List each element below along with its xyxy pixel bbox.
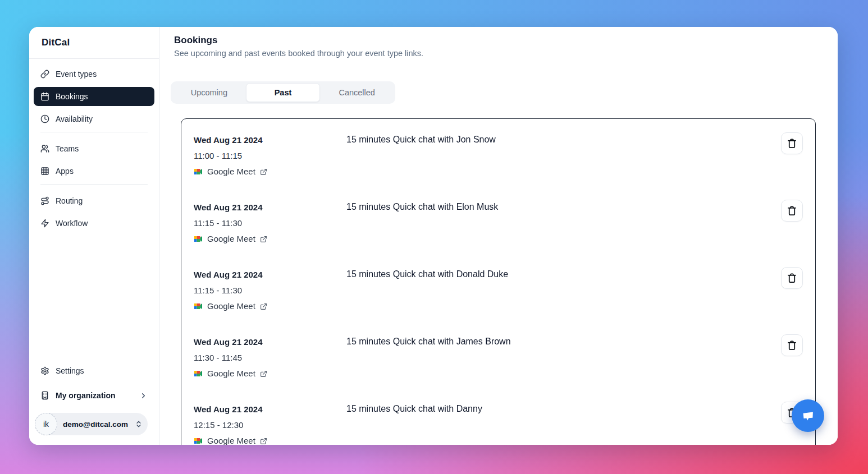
sidebar-item-routing[interactable]: Routing <box>34 191 154 210</box>
bookings-list: Wed Aug 21 2024 11:00 - 11:15 Google Mee… <box>181 118 816 445</box>
sidebar-divider <box>40 132 148 132</box>
sidebar-divider <box>40 184 148 185</box>
booking-row[interactable]: Wed Aug 21 2024 12:15 - 12:30 Google Mee… <box>181 388 815 445</box>
booking-location-link[interactable]: Google Meet <box>194 164 346 180</box>
booking-time: 11:15 - 11:30 <box>194 215 346 231</box>
booking-time: 11:30 - 11:45 <box>194 350 346 366</box>
google-meet-icon <box>194 302 203 311</box>
grid-icon <box>40 167 49 176</box>
avatar: ik <box>35 413 57 435</box>
booking-location-link[interactable]: Google Meet <box>194 433 346 445</box>
booking-when: Wed Aug 21 2024 12:15 - 12:30 Google Mee… <box>194 402 346 445</box>
booking-location: Google Meet <box>207 164 255 180</box>
tab-cancelled[interactable]: Cancelled <box>320 83 394 102</box>
booking-location: Google Meet <box>207 433 255 445</box>
chat-launcher-button[interactable] <box>792 399 824 432</box>
sidebar-footer-nav: Settings <box>29 361 159 384</box>
booking-title: 15 minutes Quick chat with Elon Musk <box>346 200 781 214</box>
zap-icon <box>40 219 49 228</box>
sidebar-item-label: Routing <box>56 196 83 205</box>
google-meet-icon <box>194 234 203 243</box>
sidebar-item-settings[interactable]: Settings <box>34 361 154 380</box>
delete-booking-button[interactable] <box>781 334 803 356</box>
booking-time: 11:00 - 11:15 <box>194 148 346 164</box>
booking-location-link[interactable]: Google Meet <box>194 298 346 314</box>
external-link-icon <box>260 370 267 378</box>
delete-booking-button[interactable] <box>781 200 803 222</box>
booking-when: Wed Aug 21 2024 11:15 - 11:30 Google Mee… <box>194 200 346 247</box>
sidebar-item-label: Event types <box>56 70 97 79</box>
google-meet-icon <box>194 436 203 445</box>
organization-label: My organization <box>56 391 116 400</box>
booking-title: 15 minutes Quick chat with Danny <box>346 402 781 416</box>
external-link-icon <box>260 438 267 445</box>
external-link-icon <box>260 236 267 243</box>
sidebar-item-label: Apps <box>56 167 74 176</box>
main-panel: Bookings See upcoming and past events bo… <box>159 27 838 445</box>
booking-title: 15 minutes Quick chat with Donald Duke <box>346 267 781 281</box>
booking-title: 15 minutes Quick chat with Jon Snow <box>346 132 781 146</box>
sidebar-spacer <box>29 236 159 361</box>
booking-when: Wed Aug 21 2024 11:30 - 11:45 Google Mee… <box>194 334 346 381</box>
account-email: demo@ditcal.com <box>63 420 128 429</box>
sidebar: DitCal Event types Bookings Availability <box>29 27 159 445</box>
app-logo: DitCal <box>42 37 70 48</box>
sidebar-nav: Event types Bookings Availability Te <box>29 59 159 236</box>
trash-icon <box>787 273 797 283</box>
booking-time: 12:15 - 12:30 <box>194 417 346 433</box>
users-icon <box>40 144 49 153</box>
delete-booking-button[interactable] <box>781 132 803 154</box>
external-link-icon <box>260 303 267 310</box>
sidebar-item-bookings[interactable]: Bookings <box>34 87 154 106</box>
delete-booking-button[interactable] <box>781 267 803 289</box>
chevrons-up-down-icon <box>135 420 143 428</box>
sidebar-item-apps[interactable]: Apps <box>34 162 154 181</box>
booking-when: Wed Aug 21 2024 11:00 - 11:15 Google Mee… <box>194 132 346 180</box>
tab-upcoming[interactable]: Upcoming <box>172 83 246 102</box>
sidebar-item-label: Availability <box>56 114 93 123</box>
booking-location: Google Meet <box>207 298 255 314</box>
booking-location-link[interactable]: Google Meet <box>194 366 346 381</box>
booking-date: Wed Aug 21 2024 <box>194 267 346 283</box>
booking-date: Wed Aug 21 2024 <box>194 200 346 215</box>
google-meet-icon <box>194 369 203 378</box>
sidebar-item-label: Teams <box>56 144 79 153</box>
booking-row[interactable]: Wed Aug 21 2024 11:00 - 11:15 Google Mee… <box>181 119 815 186</box>
page-title: Bookings <box>174 35 217 46</box>
booking-row[interactable]: Wed Aug 21 2024 11:15 - 11:30 Google Mee… <box>181 254 815 321</box>
booking-time: 11:15 - 11:30 <box>194 283 346 298</box>
account-switcher[interactable]: ik demo@ditcal.com <box>35 413 148 435</box>
sidebar-item-teams[interactable]: Teams <box>34 139 154 158</box>
booking-row[interactable]: Wed Aug 21 2024 11:30 - 11:45 Google Mee… <box>181 321 815 388</box>
booking-location: Google Meet <box>207 231 255 247</box>
link-icon <box>40 70 49 79</box>
trash-icon <box>787 340 797 351</box>
building-icon <box>40 391 49 400</box>
booking-when: Wed Aug 21 2024 11:15 - 11:30 Google Mee… <box>194 267 346 314</box>
sidebar-item-workflow[interactable]: Workflow <box>34 214 154 233</box>
booking-row[interactable]: Wed Aug 21 2024 11:15 - 11:30 Google Mee… <box>181 186 815 254</box>
route-icon <box>40 196 49 205</box>
chat-bubble-icon <box>800 407 816 424</box>
sidebar-item-availability[interactable]: Availability <box>34 109 154 128</box>
booking-location: Google Meet <box>207 366 255 381</box>
sidebar-item-label: Bookings <box>56 92 88 101</box>
page-subtitle: See upcoming and past events booked thro… <box>174 49 423 58</box>
sidebar-item-event-types[interactable]: Event types <box>34 65 154 84</box>
calendar-icon <box>40 92 49 101</box>
sidebar-item-label: Workflow <box>56 219 88 228</box>
booking-date: Wed Aug 21 2024 <box>194 402 346 417</box>
booking-location-link[interactable]: Google Meet <box>194 231 346 247</box>
booking-title: 15 minutes Quick chat with James Brown <box>346 334 781 348</box>
chevron-right-icon <box>139 392 148 400</box>
booking-date: Wed Aug 21 2024 <box>194 132 346 148</box>
sidebar-item-my-organization[interactable]: My organization <box>34 386 154 405</box>
bookings-tabs: Upcoming Past Cancelled <box>171 81 395 104</box>
sidebar-item-label: Settings <box>56 366 84 375</box>
tab-past[interactable]: Past <box>246 83 321 102</box>
clock-icon <box>40 114 49 123</box>
external-link-icon <box>260 168 267 176</box>
gear-icon <box>40 366 49 375</box>
google-meet-icon <box>194 167 203 176</box>
app-window: DitCal Event types Bookings Availability <box>29 27 838 445</box>
